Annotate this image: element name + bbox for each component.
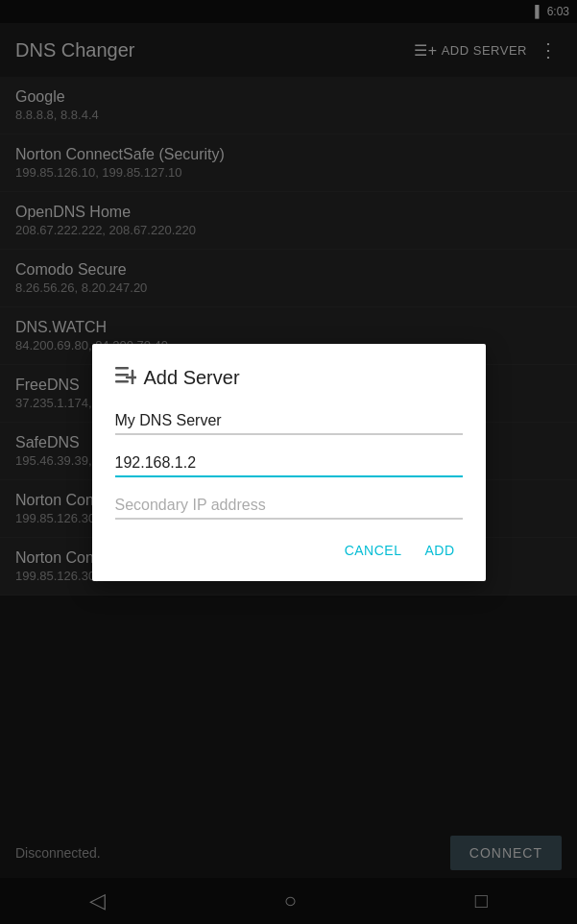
server-name-input[interactable] xyxy=(115,408,463,435)
add-server-dialog: Add Server CANCEL ADD xyxy=(92,344,486,581)
svg-rect-0 xyxy=(115,367,129,370)
secondary-ip-input[interactable] xyxy=(115,493,463,520)
cancel-button[interactable]: CANCEL xyxy=(337,535,410,566)
add-server-dialog-icon xyxy=(115,367,136,389)
dialog-title-text: Add Server xyxy=(144,367,240,389)
dialog-actions: CANCEL ADD xyxy=(115,535,463,566)
primary-ip-input[interactable] xyxy=(115,450,463,477)
server-name-field xyxy=(115,408,463,435)
dialog-overlay: Add Server CANCEL ADD xyxy=(0,0,577,924)
add-button[interactable]: ADD xyxy=(417,535,462,566)
primary-ip-field xyxy=(115,450,463,477)
secondary-ip-field xyxy=(115,493,463,520)
svg-rect-1 xyxy=(115,374,129,377)
svg-rect-2 xyxy=(115,380,129,383)
dialog-title-row: Add Server xyxy=(115,367,463,389)
